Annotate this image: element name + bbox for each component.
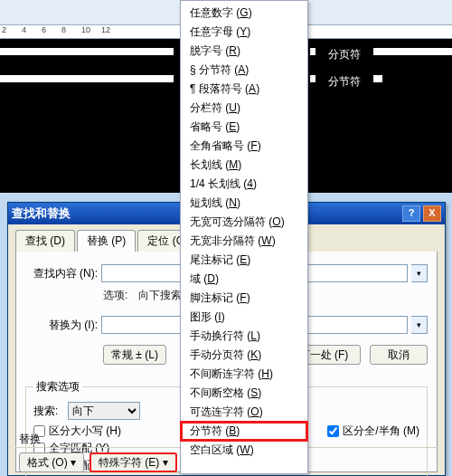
search-options-legend: 搜索选项 [33,379,82,395]
special-menu-item[interactable]: 长划线 (M) [181,156,307,175]
special-menu-item[interactable]: 无宽可选分隔符 (O) [181,213,307,232]
special-menu-item[interactable]: § 分节符 (A) [181,61,307,80]
less-button[interactable]: 常规 ± (L) [103,345,166,365]
search-direction-select[interactable]: 向下 [68,402,140,420]
special-menu-item[interactable]: 域 (D) [181,270,307,289]
replace-history-dropdown[interactable]: ▾ [411,316,428,334]
page-break-marker: 分页符 [315,46,373,63]
special-menu-item[interactable]: 手动换行符 (L) [181,327,307,346]
close-button[interactable]: X [423,205,441,222]
find-what-label: 查找内容 (N): [25,266,98,281]
help-button[interactable]: ? [402,205,420,222]
special-menu-item[interactable]: 不间断空格 (S) [181,384,307,403]
special-menu-item[interactable]: 任意字母 (Y) [181,23,307,42]
special-menu-item[interactable]: 可选连字符 (O) [181,403,307,422]
special-menu-item[interactable]: 1/4 长划线 (4) [181,175,307,194]
special-menu-item[interactable]: 尾注标记 (E) [181,251,307,270]
doc-text-line [0,75,174,82]
special-menu-item[interactable]: 分栏符 (U) [181,99,307,118]
tab-find[interactable]: 查找 (D) [15,230,75,252]
cancel-button[interactable]: 取消 [370,345,428,365]
tab-replace[interactable]: 替换 (P) [77,230,136,252]
special-menu-item[interactable]: 短划线 (N) [181,194,307,213]
special-menu-item[interactable]: 任意数字 (G) [181,4,307,23]
special-menu-item[interactable]: 图形 (I) [181,308,307,327]
replace-with-label: 替换为 (I): [25,318,98,333]
special-menu-item[interactable]: 手动分页符 (K) [181,346,307,365]
special-menu-item[interactable]: 不间断连字符 (H) [181,365,307,384]
doc-text-line [0,48,174,55]
special-menu-item[interactable]: 脱字号 (R) [181,42,307,61]
special-menu-item[interactable]: ¶ 段落符号 (A) [181,80,307,99]
special-char-menu: 任意数字 (G)任意字母 (Y)脱字号 (R)§ 分节符 (A)¶ 段落符号 (… [180,0,308,474]
special-menu-item[interactable]: 分节符 (B) [181,422,307,441]
special-menu-item[interactable]: 脚注标记 (F) [181,289,307,308]
special-button[interactable]: 特殊字符 (E) ▾ [89,452,177,472]
find-history-dropdown[interactable]: ▾ [411,264,428,282]
special-menu-item[interactable]: 全角省略号 (F) [181,137,307,156]
search-direction-label: 搜索: [33,404,64,419]
dialog-title: 查找和替换 [12,205,71,222]
special-menu-item[interactable]: 空白区域 (W) [181,441,307,460]
special-menu-item[interactable]: 无宽非分隔符 (W) [181,232,307,251]
format-button[interactable]: 格式 (O) ▾ [19,452,84,472]
special-menu-item[interactable]: 省略号 (E) [181,118,307,137]
section-break-marker: 分节符 [315,73,373,90]
